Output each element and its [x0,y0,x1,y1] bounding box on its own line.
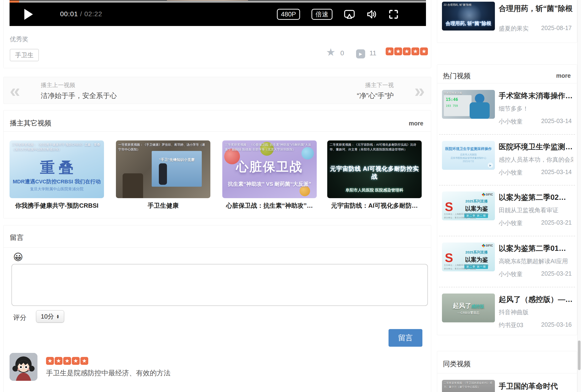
star-icon: ★ [72,357,80,365]
cast-icon[interactable] [344,10,355,19]
thumb-main-text: 重叠 [10,158,104,178]
hot-video-subtitle: 抖音神曲版 [499,308,528,316]
hot-video-title[interactable]: 手术室终末消毒操作… [499,91,573,101]
other-video-thumb-2[interactable]: 一等奖获奖视频：《手卫健康》罗佳欣、蒋羽婷、汤小萍等（遂宁市中心医院） “手卫”… [116,140,210,198]
hot-video-subtitle: 田靓从卫监视角看审证 [499,206,558,214]
hot-video-author: 小小牧童 [499,270,522,278]
comment-input[interactable] [12,264,428,306]
section-title-comments: 留言 [10,233,24,242]
star-icon: ★ [63,357,71,365]
thumb-orgs: 主办单位：上海斯菲克微生物应用技术研究中心 承办单位：复旦大学附属中山医院 [444,264,489,270]
hot-video-thumb-5[interactable]: 起风了感控版 —CRBSI零容忍 [442,294,495,322]
prev-video-link[interactable]: 播主上一视频 洁净始于手，安全系于心 [41,81,117,100]
thumb-overlay-text: 22-合理用药, 斩“菌”除根 [442,2,495,8]
hot-video-subtitle: 感控人员基本功，你真的会采 [499,156,573,164]
thumb-org: 启东市医院感染管理质量控制中心 [442,156,495,160]
star-icon: ★ [386,48,394,55]
play-button[interactable] [24,9,33,20]
rating-select[interactable]: 10分 ▲▼ [36,310,64,322]
thumb-main-text: 心脏保卫战 [222,158,317,175]
sific-s-logo: S [445,200,453,214]
hot-video-title[interactable]: 起风了（感控版）—… [499,294,573,304]
diamond-icon [482,244,486,248]
tag-hand-hygiene[interactable]: 手卫生 [10,49,39,61]
quality-button[interactable]: 480P [277,9,300,20]
logo-text: SIFIC [486,193,493,196]
next-label: 播主下一视 [357,81,394,89]
thumb-series-text: 2025系列直播 [459,199,494,204]
player-controls: 00:01 / 02:22 480P 倍速 [10,2,426,26]
next-video-link[interactable]: 播主下一视 “净”心“手”护 [357,81,394,100]
sidebar-video-thumb[interactable]: 22-合理用药, 斩“菌”除根 合理用药, 斩“菌”除根 [442,2,495,30]
sidebar-video-author: 盛夏的果实 [499,24,528,32]
prev-chevrons-icon[interactable]: « [10,77,20,104]
divider [437,373,577,374]
thumb-main-text: 以案为鉴 [459,256,494,264]
other-video-caption-2[interactable]: 手卫生健康 [116,202,210,210]
divider [437,83,577,84]
similar-video-thumb[interactable]: 二等奖获奖视频: 《手卫国的革命时代》邓力、夏小兰（遂宁市中心医院） [442,380,495,392]
other-video-caption-4[interactable]: 元宇宙防线：AI可视化多耐防… [327,202,422,210]
emoji-picker-button[interactable]: 😀 [13,252,23,262]
time-total: 02:22 [84,10,102,18]
star-icon: ★ [46,357,54,365]
player-right-controls: 480P 倍速 [277,2,398,26]
fullscreen-icon[interactable] [389,10,398,19]
hot-video-date: 2025-03-21 [541,270,572,277]
progress-bar[interactable] [10,0,426,2]
dashed-divider [439,185,575,186]
hot-video-title[interactable]: 以案为鉴第二季01… [499,244,566,254]
prev-next-card: « 播主上一视频 洁净始于手，安全系于心 播主下一视 “净”心“手”护 » [3,77,431,104]
led-display: 193 759 [446,104,470,108]
hot-video-thumb-1[interactable]: 手术室终末消毒 15:46 193 759 [442,90,495,119]
hot-video-thumb-4[interactable]: S SIFIC 2025系列直播 以案为鉴 第二季 第一期 主办单位：上海斯菲克… [442,242,495,271]
other-video-thumb-1[interactable]: 三等奖获奖视频：《你我携手健康共守-预防CRBSI》孟鑫、重叠（复旦大学附属中山… [10,140,104,198]
org-line: 承办单位：复旦大学附属中山医院 [444,267,489,270]
dashed-divider [439,236,575,236]
hot-video-thumb-2[interactable]: 医院环境卫生学监测采样操作 启东市人民医院 启东市医院感染管理质量控制中心 20… [442,141,495,170]
speed-button[interactable]: 倍速 [312,9,332,20]
hot-video-thumb-3[interactable]: S SIFIC 2025系列直播 以案为鉴 第二季 第二期 主办单位：上海斯菲克… [442,192,495,220]
other-videos-card: 播主其它视频 more 三等奖获奖视频：《你我携手健康共守-预防CRBSI》孟鑫… [3,110,431,218]
hot-video-author: 约书亚03 [499,321,523,329]
thumb-series-text: 2025系列直播 [459,250,494,255]
other-video-thumb-4[interactable]: 二等奖获奖视频：《元宇宙防线：AI可视化多耐防控实战》沈诗华、董姝珂、许文青（阜… [327,140,422,198]
similar-videos-card: 同类视频 二等奖获奖视频: 《手卫国的革命时代》邓力、夏小兰（遂宁市中心医院） … [437,351,577,392]
similar-video-title[interactable]: 手卫国的革命时代 [499,381,558,391]
page-scrollbar-track[interactable] [578,0,581,392]
thumb-main-text: 元宇宙防线 AI可视化多耐防控实战 [327,165,422,180]
other-video-thumb-3[interactable]: 三等奖获奖视频：《心脏保卫战: 抗生素“神助攻”VS耐药菌“大反派”》杨丽娟 陈… [222,140,317,198]
next-chevrons-icon[interactable]: » [414,77,425,104]
sidebar-video-date: 2025-08-17 [541,24,572,32]
more-link-other-videos[interactable]: more [409,120,423,127]
more-link-hot-videos[interactable]: more [556,72,571,79]
control-panel-shape: 15:46 193 759 [444,95,472,116]
submit-comment-button[interactable]: 留言 [388,329,422,347]
thumb-overlay-text: 二等奖获奖视频: 《手卫国的革命时代》邓力、夏小兰（遂宁市中心医院） [442,380,495,390]
other-video-caption-1[interactable]: 你我携手健康共守-预防CRBSI [10,202,104,210]
thumb-main-text: 起风了感控版 [442,302,495,310]
video-player[interactable]: 00:01 / 02:22 480P 倍速 [10,0,426,26]
section-title-other-videos: 播主其它视频 [10,118,51,128]
thumb-org: 阜阳市人民医院 医院感染管理科 [327,188,422,193]
thumb-main-text: 以案为鉴 [459,205,494,212]
hot-video-date: 2025-03-21 [541,219,572,226]
sific-logo: SIFIC [482,193,493,196]
volume-icon[interactable] [366,10,377,19]
hot-video-title[interactable]: 医院环境卫生学监测… [499,142,573,152]
hot-videos-card: 热门视频 more 手术室终末消毒 15:46 193 759 手术室终末消毒操… [437,64,577,335]
other-video-caption-3[interactable]: 心脏保卫战：抗生素“神助攻”… [222,202,317,210]
thumb-subtitle: MDR遭遇CVC防控CRBSI 我们在行动 [10,178,104,185]
org-line: 主办单位：上海斯菲克微生物应用技术研究中心 [444,264,489,267]
hot-video-subtitle: 高晓东&范鹏超解读AI应用 [499,257,568,265]
thumb-orgs: 主办单位：上海斯菲克微生物应用技术研究中心 承办单位：复旦大学附属中山医院 [444,212,489,219]
video-page: 00:01 / 02:22 480P 倍速 [0,0,581,392]
page-scrollbar-thumb[interactable] [578,340,580,370]
favorite-star-icon[interactable]: ★ [326,46,335,58]
hot-video-title[interactable]: 以案为鉴第二季02… [499,192,566,202]
thumb-org: 复旦大学附属中山医院青浦分院 [10,187,104,192]
thumb-org: 启东市人民医院 [442,153,495,156]
thumb-overlay-text: 三等奖获奖视频：《心脏保卫战: 抗生素“神助攻”VS耐药菌“大反派”》杨丽娟 陈… [222,140,317,154]
star-icon: ★ [420,48,428,55]
sidebar-video-title[interactable]: 合理用药，斩“菌”除根 [499,4,573,14]
